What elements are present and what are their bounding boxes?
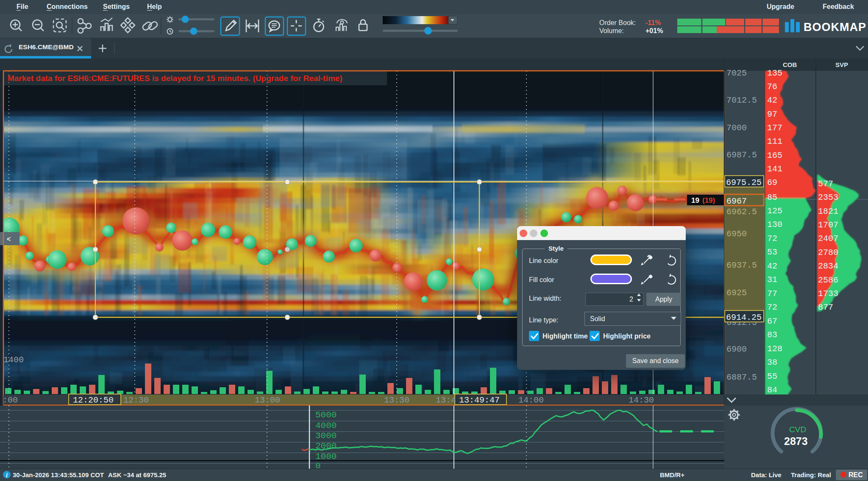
svg-text:128: 128	[767, 344, 782, 354]
svg-text:1000: 1000	[315, 452, 337, 461]
svg-text:97: 97	[767, 109, 777, 119]
svg-text:141: 141	[767, 164, 782, 174]
svg-text:67: 67	[767, 316, 777, 326]
svg-text:5000: 5000	[315, 410, 337, 420]
svg-text:CVD: CVD	[789, 425, 806, 434]
svg-text:+01%: +01%	[645, 27, 663, 34]
svg-text:165: 165	[767, 151, 782, 160]
svg-text:53: 53	[767, 247, 777, 257]
svg-text:14:00: 14:00	[518, 395, 544, 405]
svg-text:2353: 2353	[818, 193, 838, 202]
svg-text:SVP: SVP	[835, 61, 848, 68]
svg-text:13:00: 13:00	[255, 395, 280, 405]
svg-text:6950: 6950	[726, 229, 747, 239]
svg-text:Market data for ESH6:CME:FUTUR: Market data for ESH6:CME:FUTURES is dela…	[8, 74, 342, 83]
svg-text:2586: 2586	[818, 275, 838, 285]
svg-text:7012.5: 7012.5	[726, 95, 757, 105]
svg-text:6925: 6925	[726, 288, 747, 298]
svg-text:877: 877	[818, 302, 833, 312]
svg-text:1733: 1733	[818, 289, 838, 299]
svg-text:76: 76	[767, 82, 777, 92]
svg-text:577: 577	[818, 179, 833, 189]
svg-text:2873: 2873	[784, 435, 808, 447]
svg-text:125: 125	[767, 206, 782, 216]
svg-text:55: 55	[767, 372, 777, 381]
svg-text:6987.5: 6987.5	[726, 150, 757, 160]
svg-text:42: 42	[767, 261, 777, 271]
svg-text:12:30: 12:30	[123, 395, 149, 405]
svg-text:1400: 1400	[3, 355, 24, 365]
svg-text:COB: COB	[783, 61, 797, 68]
svg-text:3000: 3000	[315, 431, 337, 441]
svg-text:85: 85	[767, 193, 777, 202]
svg-text:Volume:: Volume:	[599, 27, 624, 34]
svg-text:77: 77	[767, 289, 777, 299]
svg-text:6975.25: 6975.25	[726, 178, 762, 187]
svg-text:135: 135	[767, 68, 782, 78]
svg-text:111: 111	[767, 137, 782, 146]
svg-text:6937.5: 6937.5	[726, 260, 757, 270]
svg-text:13:30: 13:30	[384, 395, 409, 405]
svg-text:1707: 1707	[818, 220, 838, 230]
svg-text:4000: 4000	[315, 421, 337, 431]
svg-text:84: 84	[767, 385, 777, 395]
svg-text:Highlight time: Highlight time	[542, 333, 588, 340]
svg-text::00: :00	[3, 395, 18, 405]
svg-text:2834: 2834	[818, 261, 838, 271]
svg-text:6962.5: 6962.5	[726, 207, 757, 217]
svg-text:REC: REC	[849, 471, 863, 478]
svg-text:2780: 2780	[818, 248, 838, 257]
svg-text:(19): (19)	[702, 196, 715, 204]
svg-text:130: 130	[767, 220, 782, 229]
svg-text:83: 83	[767, 330, 777, 340]
svg-text:12:20:50: 12:20:50	[73, 395, 114, 405]
svg-text:72: 72	[767, 234, 777, 243]
svg-text:69: 69	[767, 178, 777, 187]
svg-text:6900: 6900	[726, 344, 747, 354]
svg-text:13:49:47: 13:49:47	[459, 395, 500, 405]
svg-text:13:4: 13:4	[436, 395, 456, 405]
svg-text:-11%: -11%	[645, 19, 661, 26]
svg-text:6967: 6967	[726, 196, 747, 206]
svg-text:31: 31	[767, 275, 777, 285]
svg-text:38: 38	[767, 358, 777, 367]
svg-text:6914.25: 6914.25	[726, 313, 762, 322]
svg-text:Order Book:: Order Book:	[599, 19, 636, 26]
svg-text:177: 177	[767, 123, 782, 133]
svg-text:14:30: 14:30	[629, 395, 654, 405]
svg-text:i: i	[6, 472, 8, 478]
svg-text:<: <	[7, 235, 11, 243]
svg-text:2407: 2407	[818, 234, 838, 243]
svg-text:BOOKMAP: BOOKMAP	[804, 21, 866, 34]
svg-text:1821: 1821	[818, 207, 838, 216]
svg-text:19: 19	[691, 196, 699, 204]
svg-text:Highlight price: Highlight price	[603, 333, 651, 340]
svg-text:72: 72	[767, 302, 777, 312]
svg-text:42: 42	[767, 95, 777, 105]
svg-text:7025: 7025	[726, 68, 747, 78]
svg-text:6887.5: 6887.5	[726, 372, 757, 382]
svg-text:7000: 7000	[726, 123, 747, 133]
